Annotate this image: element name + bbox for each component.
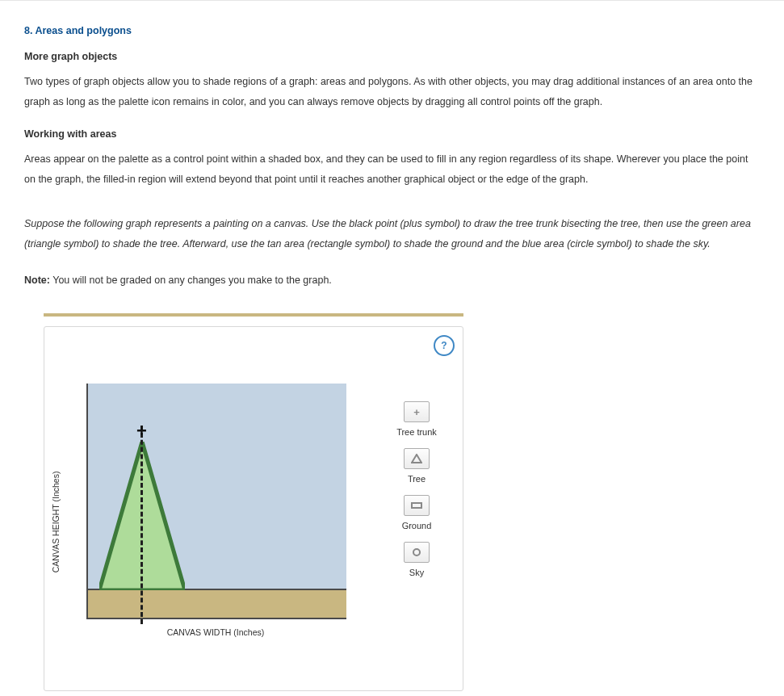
subheading-working-with-areas: Working with areas bbox=[24, 128, 760, 140]
note-label: Note: bbox=[24, 275, 50, 286]
svg-marker-1 bbox=[412, 455, 421, 463]
tree-trunk-point-plus-icon[interactable]: + bbox=[136, 422, 147, 440]
help-button[interactable]: ? bbox=[434, 335, 455, 356]
instructions-text: Suppose the following graph represents a… bbox=[24, 214, 760, 254]
help-icon: ? bbox=[441, 340, 447, 351]
palette-sky-button[interactable] bbox=[404, 542, 430, 563]
section-name: Areas and polygons bbox=[35, 25, 131, 36]
y-axis-label: CANVAS HEIGHT (Inches) bbox=[51, 472, 61, 573]
palette-sky-label: Sky bbox=[409, 568, 424, 577]
graph-plot[interactable]: + bbox=[86, 384, 346, 619]
ground-region[interactable] bbox=[88, 589, 346, 618]
palette-tree-button[interactable] bbox=[404, 448, 430, 469]
note-text: Note: You will not be graded on any chan… bbox=[24, 270, 760, 291]
x-axis-label: CANVAS WIDTH (Inches) bbox=[86, 627, 345, 637]
palette-trunk-label: Tree trunk bbox=[396, 427, 437, 437]
palette-trunk-button[interactable]: + bbox=[404, 401, 430, 422]
paragraph-working-with-areas: Areas appear on the palette as a control… bbox=[24, 149, 760, 190]
triangle-icon bbox=[411, 454, 422, 463]
subheading-more-graph-objects: More graph objects bbox=[24, 51, 760, 62]
palette-ground-button[interactable] bbox=[404, 495, 430, 516]
circle-icon bbox=[412, 547, 421, 557]
section-number: 8. bbox=[24, 25, 32, 36]
palette-tree-label: Tree bbox=[408, 474, 426, 484]
palette-ground-label: Ground bbox=[402, 521, 432, 530]
tree-trunk-line[interactable] bbox=[140, 426, 145, 624]
widget-accent-bar bbox=[44, 313, 463, 317]
palette: + Tree trunk Tree Ground bbox=[388, 401, 445, 584]
widget-card: ? CANVAS HEIGHT (Inches) + CANVAS WIDTH … bbox=[44, 326, 463, 691]
section-title: 8. Areas and polygons bbox=[24, 25, 760, 36]
graph-widget: ? CANVAS HEIGHT (Inches) + CANVAS WIDTH … bbox=[44, 313, 463, 691]
graph-area: CANVAS HEIGHT (Inches) + CANVAS WIDTH (I… bbox=[59, 375, 374, 674]
paragraph-more-graph-objects: Two types of graph objects allow you to … bbox=[24, 72, 760, 112]
plus-icon: + bbox=[413, 406, 420, 418]
rectangle-icon bbox=[411, 502, 422, 509]
note-body: You will not be graded on any changes yo… bbox=[50, 275, 332, 286]
svg-rect-2 bbox=[412, 503, 421, 508]
page-root: 8. Areas and polygons More graph objects… bbox=[0, 0, 784, 696]
svg-point-3 bbox=[413, 549, 420, 556]
